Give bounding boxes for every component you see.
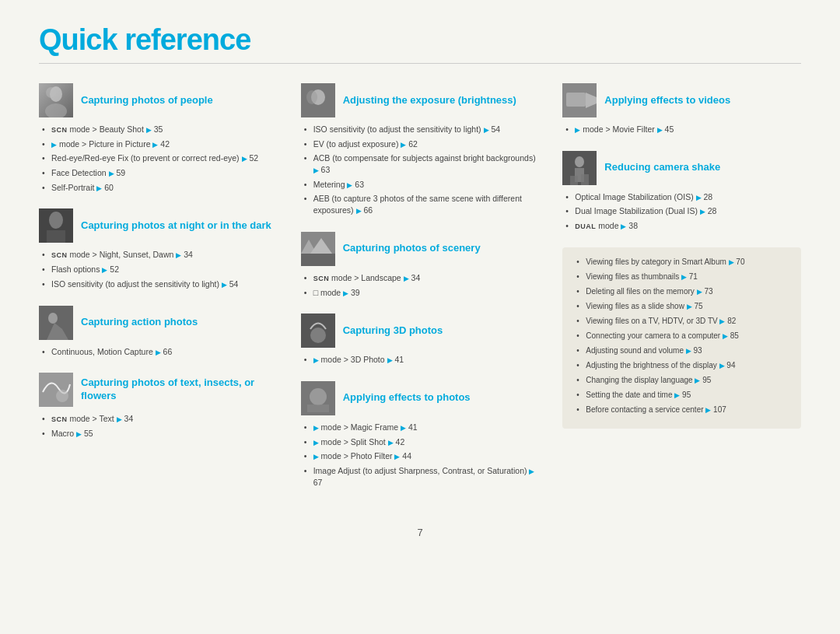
section-3d-bullets: ▶ mode > 3D Photo ▶ 41 [301, 354, 540, 366]
bullet-item: SCN mode > Beauty Shot ▶ 35 [42, 124, 278, 135]
bullet-item: Flash options ▶ 52 [42, 264, 278, 275]
svg-point-21 [310, 388, 327, 405]
section-effects-videos-header: Applying effects to videos [562, 83, 801, 117]
bullet-item: Deleting all files on the memory ▶ 73 [576, 286, 790, 297]
thumb-people-icon [39, 83, 73, 117]
bullet-item: EV (to adjust exposure) ▶ 62 [304, 138, 540, 150]
bullet-item: Viewing files as thumbnails ▶ 71 [576, 271, 790, 282]
section-shake-title: Reducing camera shake [604, 161, 720, 174]
thumb-exposure-icon [301, 83, 335, 117]
section-scenery-header: Capturing photos of scenery [301, 232, 540, 266]
svg-point-10 [56, 390, 68, 402]
section-people-header: Capturing photos of people [39, 83, 278, 117]
bullet-item: Viewing files as a slide show ▶ 75 [576, 301, 790, 312]
bullet-item: Viewing files by category in Smart Album… [576, 257, 790, 268]
bullet-item: ▶ mode > Picture in Picture ▶ 42 [42, 138, 278, 150]
section-exposure-title: Adjusting the exposure (brightness) [343, 94, 516, 107]
section-shake-bullets: Optical Image Stabilization (OIS) ▶ 28 D… [562, 191, 801, 232]
section-effects-videos: Applying effects to videos ▶ mode > Movi… [562, 83, 801, 135]
svg-point-1 [45, 103, 67, 117]
page-number: 7 [39, 527, 801, 538]
section-night-title: Capturing photos at night or in the dark [81, 219, 271, 233]
svg-rect-24 [566, 93, 586, 107]
main-grid: Capturing photos of people SCN mode > Be… [39, 83, 801, 503]
section-action: Capturing action photos Continuous, Moti… [39, 306, 278, 358]
svg-rect-22 [307, 405, 329, 412]
section-text: Capturing photos of text, insects, or fl… [39, 373, 278, 439]
bullet-item: Changing the display language ▶ 95 [576, 375, 790, 386]
thumb-scenery-icon [301, 232, 335, 266]
bullet-item: ISO sensitivity (to adjust the sensitivi… [42, 278, 278, 290]
bullet-item: ▶ mode > 3D Photo ▶ 41 [304, 354, 540, 366]
bullet-item: Self-Portrait ▶ 60 [42, 182, 278, 194]
thumb-action-icon [39, 306, 73, 340]
section-3d-title: Capturing 3D photos [343, 324, 443, 338]
thumb-3d-icon [301, 313, 335, 348]
column-3: Applying effects to videos ▶ mode > Movi… [562, 83, 801, 503]
section-effects-videos-title: Applying effects to videos [604, 94, 730, 107]
svg-rect-29 [570, 176, 578, 185]
column-2: Adjusting the exposure (brightness) ISO … [301, 83, 540, 503]
bullet-item: SCN mode > Night, Sunset, Dawn ▶ 34 [42, 249, 278, 261]
section-people: Capturing photos of people SCN mode > Be… [39, 83, 278, 193]
bullet-item: ▶ mode > Magic Frame ▶ 41 [304, 422, 540, 433]
section-people-title: Capturing photos of people [81, 94, 213, 107]
section-3d-header: Capturing 3D photos [301, 313, 540, 348]
section-scenery-bullets: SCN mode > Landscape ▶ 34 □ mode ▶ 39 [301, 272, 540, 298]
svg-rect-5 [47, 230, 65, 243]
bullet-item: Red-eye/Red-eye Fix (to prevent or corre… [42, 152, 278, 164]
bullet-item: ISO sensitivity (to adjust the sensitivi… [304, 124, 540, 135]
bullet-item: ▶ mode > Movie Filter ▶ 45 [565, 124, 801, 135]
bullet-item: Dual Image Stabilization (Dual IS) ▶ 28 [565, 205, 801, 217]
title-divider [39, 63, 801, 64]
section-exposure: Adjusting the exposure (brightness) ISO … [301, 83, 540, 216]
svg-point-27 [575, 156, 584, 167]
thumb-videos-icon [562, 83, 597, 117]
section-scenery: Capturing photos of scenery SCN mode > L… [301, 232, 540, 298]
section-scenery-title: Capturing photos of scenery [343, 242, 481, 255]
bullet-item: ▶ mode > Split Shot ▶ 42 [304, 436, 540, 448]
bullet-item: AEB (to capture 3 photos of the same sce… [304, 193, 540, 215]
bullet-item: Adjusting the brightness of the display … [576, 360, 790, 371]
svg-point-19 [310, 328, 326, 343]
bullet-item: Macro ▶ 55 [42, 428, 278, 440]
page-title: Quick reference [39, 23, 801, 57]
section-night: Capturing photos at night or in the dark… [39, 208, 278, 289]
section-effects-photos-header: Applying effects to photos [301, 381, 540, 415]
section-action-bullets: Continuous, Motion Capture ▶ 66 [39, 346, 278, 358]
bullet-item: ▶ mode > Photo Filter ▶ 44 [304, 450, 540, 462]
bullet-item: Before contacting a service center ▶ 107 [576, 405, 790, 415]
thumb-night-icon [39, 208, 73, 243]
bullet-item: Image Adjust (to adjust Sharpness, Contr… [304, 465, 540, 488]
section-effects-videos-bullets: ▶ mode > Movie Filter ▶ 45 [562, 124, 801, 135]
section-people-bullets: SCN mode > Beauty Shot ▶ 35 ▶ mode > Pic… [39, 124, 278, 193]
bullet-item: DUAL mode ▶ 38 [565, 220, 801, 232]
bullet-item: Continuous, Motion Capture ▶ 66 [42, 346, 278, 358]
bullet-item: Viewing files on a TV, HDTV, or 3D TV ▶ … [576, 316, 790, 327]
bullet-item: SCN mode > Landscape ▶ 34 [304, 272, 540, 284]
bullet-item: Setting the date and time ▶ 95 [576, 390, 790, 401]
thumb-shake-icon [562, 151, 597, 185]
section-effects-photos-title: Applying effects to photos [343, 391, 471, 405]
section-exposure-bullets: ISO sensitivity (to adjust the sensitivi… [301, 124, 540, 216]
section-shake: Reducing camera shake Optical Image Stab… [562, 151, 801, 232]
svg-point-7 [48, 313, 58, 324]
section-night-bullets: SCN mode > Night, Sunset, Dawn ▶ 34 Flas… [39, 249, 278, 289]
bullet-item: Optical Image Stabilization (OIS) ▶ 28 [565, 191, 801, 203]
section-effects-photos: Applying effects to photos ▶ mode > Magi… [301, 381, 540, 488]
section-text-title: Capturing photos of text, insects, or fl… [81, 377, 278, 403]
thumb-text-icon [39, 373, 73, 407]
svg-point-13 [306, 90, 317, 104]
section-exposure-header: Adjusting the exposure (brightness) [301, 83, 540, 117]
svg-point-4 [49, 212, 63, 229]
bullet-item: Face Detection ▶ 59 [42, 167, 278, 179]
svg-point-2 [46, 87, 57, 98]
bullet-item: Adjusting sound and volume ▶ 93 [576, 345, 790, 356]
column-1: Capturing photos of people SCN mode > Be… [39, 83, 278, 503]
section-text-header: Capturing photos of text, insects, or fl… [39, 373, 278, 407]
info-box: Viewing files by category in Smart Album… [562, 247, 801, 429]
section-shake-header: Reducing camera shake [562, 151, 801, 185]
section-night-header: Capturing photos at night or in the dark [39, 208, 278, 243]
bullet-item: ACB (to compensate for subjects against … [304, 152, 540, 175]
bullet-item: SCN mode > Text ▶ 34 [42, 413, 278, 425]
